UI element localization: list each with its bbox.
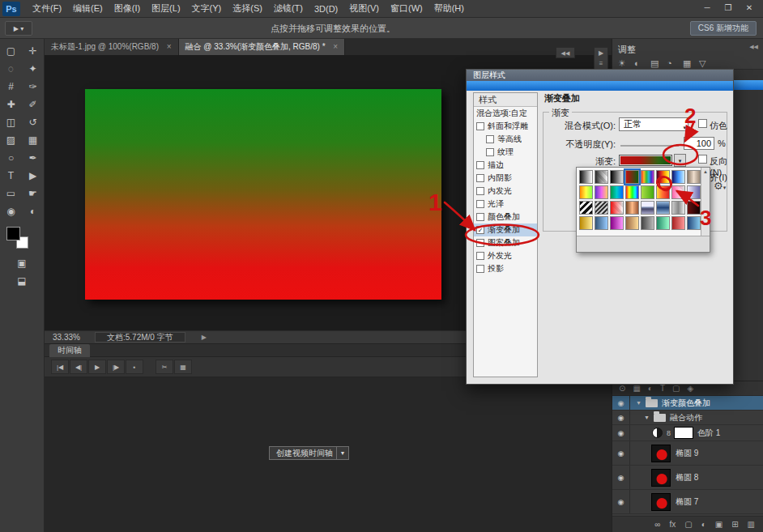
foreground-color-swatch[interactable] (6, 227, 20, 240)
menu-item-view[interactable]: 视图(V) (343, 2, 385, 15)
layer-row-0[interactable]: ◉▼渐变颜色叠加 (612, 396, 763, 411)
tool-marquee-tool[interactable]: ▢ (0, 42, 22, 60)
gradient-picker-dropdown-button[interactable]: ▾ (674, 154, 686, 167)
timeline-tool-split-clip[interactable]: ✂ (156, 360, 173, 374)
document-tab-untitled[interactable]: 未标题-1.jpg @ 100%(RGB/8) × (45, 39, 179, 55)
adjustment-levels-adjustment-icon[interactable]: ◐ (634, 58, 650, 69)
style-item-0[interactable]: 混合选项:自定 (474, 107, 537, 120)
style-item-7[interactable]: 光泽 (474, 198, 537, 211)
layer-row-5[interactable]: ◉椭圆 7 (612, 490, 763, 514)
window-button-minimize[interactable]: ─ (697, 0, 718, 16)
gradient-preset-dark-spectrum[interactable] (656, 170, 670, 184)
tool-quick-select-tool[interactable]: ✦ (22, 60, 44, 78)
gradient-preset-gray[interactable] (641, 216, 654, 230)
gradient-preset-red-green[interactable] (625, 170, 639, 184)
layer-name[interactable]: 渐变颜色叠加 (662, 398, 710, 409)
tool-hand-tool[interactable]: ☛ (22, 185, 44, 202)
gradient-preset-gold[interactable] (579, 216, 593, 230)
tool-crop-tool[interactable]: # (0, 78, 22, 96)
style-checkbox[interactable] (476, 122, 484, 130)
style-item-12[interactable]: 投影 (474, 262, 537, 275)
transport-next-frame[interactable]: |▶ (107, 360, 125, 374)
layers-filter-smart-object[interactable]: ◈ (687, 384, 693, 393)
layers-filter-adjustment[interactable]: ◐ (648, 384, 653, 393)
menu-item-edit[interactable]: 编辑(E) (67, 2, 109, 15)
visibility-toggle[interactable]: ◉ (612, 466, 630, 489)
create-video-timeline-button[interactable]: 创建视频时间轴 (269, 446, 340, 460)
layer-name[interactable]: 椭圆 8 (676, 472, 698, 483)
tool-eraser-tool[interactable]: ▨ (0, 131, 22, 149)
menu-item-image[interactable]: 图像(I) (109, 2, 146, 15)
style-checkbox[interactable] (486, 135, 494, 143)
zoom-level[interactable]: 33.33% (45, 333, 95, 342)
visibility-toggle[interactable]: ◉ (612, 425, 630, 440)
gradient-preset-spectrum[interactable] (641, 170, 654, 184)
popup-scrollbar[interactable]: ▲ (701, 168, 710, 236)
blend-mode-select[interactable]: 正常 ▾ (619, 117, 688, 131)
layers-filter-kind[interactable]: ⊙ (619, 384, 625, 393)
menu-item-file[interactable]: 文件(F) (27, 2, 67, 15)
menu-item-help[interactable]: 帮助(H) (428, 2, 470, 15)
gradient-preset-teal-mint[interactable] (656, 216, 670, 230)
collapse-panel-icon[interactable]: ◀◀ (749, 44, 758, 50)
style-checkbox[interactable] (476, 174, 484, 182)
gradient-preset-green-lime[interactable] (641, 185, 654, 199)
status-expand-icon[interactable]: ▶ (202, 334, 207, 341)
visibility-toggle[interactable]: ◉ (612, 411, 630, 424)
layer-name[interactable]: 色阶 1 (697, 428, 720, 439)
gradient-preset-green-cyan-blue[interactable] (610, 185, 624, 199)
style-item-3[interactable]: 纹理 (474, 146, 537, 159)
adjustment-hue-adjustment-icon[interactable]: ▽ (699, 58, 715, 69)
layers-action-add-layer-mask[interactable]: ▢ (684, 520, 692, 529)
gradient-preset-copper[interactable] (625, 201, 639, 215)
close-tab-icon[interactable]: × (167, 42, 172, 51)
style-checkbox[interactable] (476, 252, 484, 260)
gradient-preset-yellow-orange-red[interactable] (656, 185, 670, 199)
dialog-title[interactable]: 图层样式 (467, 70, 733, 81)
gradient-preset-navy-azure[interactable] (687, 216, 701, 230)
gradient-preset-dark-red-black[interactable] (687, 201, 701, 215)
transport-mute-audio[interactable]: ▪ (126, 360, 143, 374)
layer-thumbnail[interactable] (651, 445, 671, 462)
gradient-preset-brown-tan[interactable] (625, 216, 639, 230)
workspace-switcher-button[interactable]: CS6 新增功能 (690, 21, 757, 36)
style-item-4[interactable]: 描边 (474, 159, 537, 172)
layers-filter-type[interactable]: T (660, 384, 665, 393)
layers-action-delete-layer[interactable]: ▥ (748, 520, 755, 529)
style-item-2[interactable]: 等高线 (474, 133, 537, 146)
style-checkbox[interactable] (476, 187, 484, 195)
layers-filter-image[interactable]: ▦ (633, 384, 640, 393)
gradient-preset-violet-pink-gold[interactable] (595, 185, 608, 199)
preset-menu-gear-button[interactable]: ⚙▾ (714, 180, 726, 192)
tool-shape-tool[interactable]: ▭ (0, 185, 22, 202)
timeline-tool-transition[interactable]: ▦ (174, 360, 192, 374)
style-checkbox[interactable] (476, 265, 484, 273)
style-checkbox[interactable] (476, 239, 484, 247)
visibility-toggle[interactable]: ◉ (612, 396, 630, 410)
style-checkbox[interactable]: ✓ (476, 226, 484, 234)
layer-row-3[interactable]: ◉椭圆 9 (612, 441, 763, 466)
layer-row-2[interactable]: ◉8色阶 1 (612, 425, 763, 441)
gradient-preset-silver[interactable] (671, 201, 685, 215)
gradient-preset-red-transparent[interactable] (610, 201, 624, 215)
layers-action-new-group[interactable]: ▣ (715, 520, 723, 529)
gradient-preset-red-rose[interactable] (671, 216, 685, 230)
gradient-preset-stripes-fine[interactable] (595, 201, 608, 215)
menu-item-filter[interactable]: 滤镜(T) (268, 2, 309, 15)
style-item-1[interactable]: 斜面和浮雕 (474, 120, 537, 133)
layer-name[interactable]: 椭圆 9 (676, 448, 698, 459)
group-twirl-icon[interactable]: ▼ (644, 415, 650, 420)
opacity-slider[interactable] (620, 145, 679, 147)
gradient-preset-orange-yellow-green[interactable] (579, 185, 593, 199)
menu-item-select[interactable]: 选择(S) (227, 2, 268, 15)
style-checkbox[interactable] (476, 213, 484, 221)
visibility-toggle[interactable]: ◉ (612, 490, 630, 513)
tool-healing-tool[interactable]: ✚ (0, 96, 22, 113)
layers-action-new-layer[interactable]: ⊞ (731, 520, 738, 529)
tool-history-brush-tool[interactable]: ↺ (22, 113, 44, 131)
collapse-panels-button[interactable]: ◀◀ (556, 47, 575, 58)
style-item-8[interactable]: 颜色叠加 (474, 211, 537, 223)
group-twirl-icon[interactable]: ▼ (636, 400, 642, 406)
layer-name[interactable]: 椭圆 7 (676, 496, 698, 508)
adjustment-brightness-adjustment-icon[interactable]: ☀ (618, 58, 634, 69)
